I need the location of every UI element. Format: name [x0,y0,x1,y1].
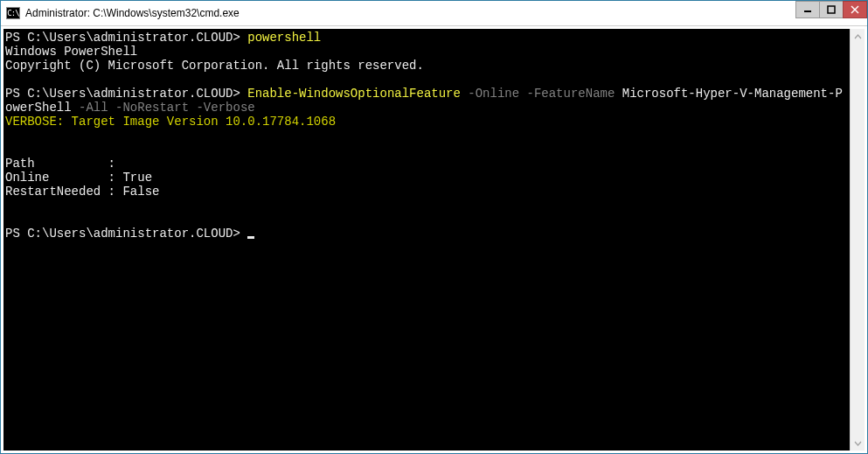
cmdlet-enable-feature: Enable-WindowsOptionalFeature [247,87,461,101]
prompt: PS C:\Users\administrator.CLOUD> [5,227,240,241]
maximize-button[interactable] [819,1,844,18]
prompt: PS C:\Users\administrator.CLOUD> [5,87,240,101]
cursor [247,236,254,239]
param-featurename: -FeatureName [527,87,615,101]
param-online: -Online [468,87,519,101]
command-powershell: powershell [247,31,321,45]
window-body: PS C:\Users\administrator.CLOUD> powersh… [1,26,867,453]
cmd-icon: C:\ [6,7,20,19]
ps-banner-1: Windows PowerShell [5,45,137,59]
svg-rect-1 [828,6,835,13]
window-controls [796,1,867,25]
param-verbose: -Verbose [196,101,254,115]
titlebar-left: C:\ Administrator: C:\Windows\system32\c… [6,7,796,19]
scroll-track[interactable] [851,44,865,436]
param-norestart: -NoRestart [115,101,189,115]
window-title: Administrator: C:\Windows\system32\cmd.e… [25,7,240,19]
scroll-down-button[interactable] [851,436,865,451]
terminal-output[interactable]: PS C:\Users\administrator.CLOUD> powersh… [3,29,850,451]
close-button[interactable] [843,1,867,18]
output-restart-value: False [122,185,159,199]
minimize-button[interactable] [795,1,820,18]
output-online-value: True [122,171,152,185]
ps-banner-2: Copyright (C) Microsoft Corporation. All… [5,59,424,73]
scroll-up-button[interactable] [851,29,865,44]
titlebar[interactable]: C:\ Administrator: C:\Windows\system32\c… [1,1,867,26]
prompt: PS C:\Users\administrator.CLOUD> [5,31,240,45]
output-restart-label: RestartNeeded : [5,185,122,199]
output-online-label: Online : [5,171,122,185]
verbose-line: VERBOSE: Target Image Version 10.0.17784… [5,115,336,129]
param-all: -All [79,101,108,115]
cmd-window: C:\ Administrator: C:\Windows\system32\c… [0,0,868,454]
output-path: Path : [5,157,115,171]
vertical-scrollbar[interactable] [850,29,865,451]
